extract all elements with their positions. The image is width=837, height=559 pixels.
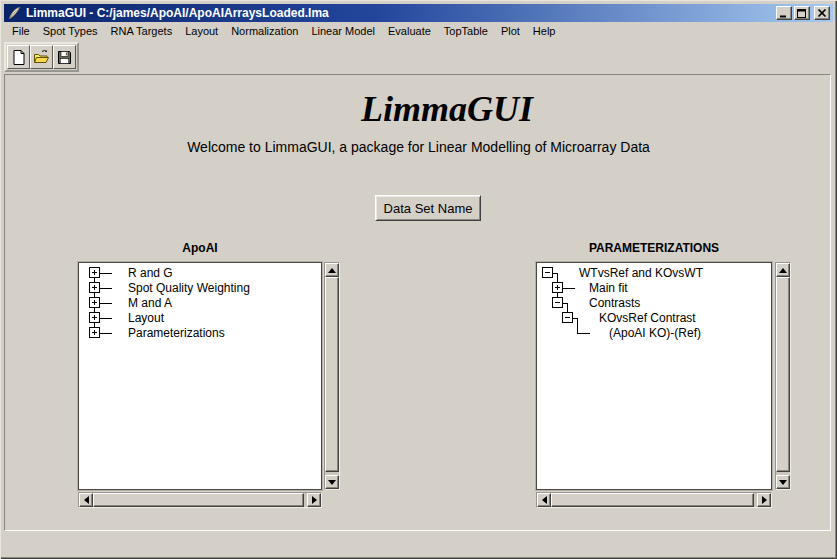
scrollbar-thumb[interactable] [93,493,304,507]
triangle-up-icon [779,268,787,273]
apoai-tree-vscrollbar[interactable] [324,262,340,490]
expand-toggle[interactable] [89,327,100,338]
triangle-up-icon [328,268,336,273]
data-set-name-button[interactable]: Data Set Name [375,195,481,221]
new-file-button[interactable] [7,45,30,69]
tree-connector-line [563,303,568,304]
parameterizations-tree-vscrollbar[interactable] [775,262,791,490]
menu-item-normalization[interactable]: Normalization [231,22,298,41]
new-file-icon [10,49,27,66]
menu-item-linear-model[interactable]: Linear Model [311,22,375,41]
parameterizations-tree-hscrollbar[interactable] [536,492,772,508]
app-title-heading: LimmaGUI [361,88,533,130]
scroll-right-button[interactable] [307,493,321,507]
menu-item-help[interactable]: Help [533,22,556,41]
scroll-up-button[interactable] [325,263,339,277]
menu-item-spot-types[interactable]: Spot Types [43,22,98,41]
tree-item-kovsref-contrast[interactable]: KOvsRef Contrast [599,311,696,326]
tree-connector-line [577,318,578,334]
menu-item-rna-targets[interactable]: RNA Targets [111,22,173,41]
collapse-toggle[interactable] [542,267,553,278]
triangle-down-icon [779,480,787,485]
expand-toggle[interactable] [89,297,100,308]
maximize-icon [797,9,807,18]
triangle-right-icon [762,496,767,504]
scrollbar-thumb[interactable] [325,277,339,472]
triangle-right-icon [312,496,317,504]
tree-item-main-fit[interactable]: Main fit [589,281,628,296]
menu-item-file[interactable]: File [12,22,30,41]
titlebar[interactable]: LimmaGUI - C:/james/ApoAI/ApoAIArraysLoa… [4,4,833,22]
scroll-right-button[interactable] [757,493,771,507]
scroll-down-button[interactable] [776,475,790,489]
menu-item-toptable[interactable]: TopTable [444,22,488,41]
tk-feather-icon [7,6,22,20]
tree-connector-line [100,333,112,334]
tree-connector-line [563,288,575,289]
window-title: LimmaGUI - C:/james/ApoAI/ApoAIArraysLoa… [26,4,776,22]
close-icon [817,9,827,18]
scroll-down-button[interactable] [325,475,339,489]
tree-connector-line [577,333,590,334]
menu-item-evaluate[interactable]: Evaluate [388,22,431,41]
maximize-button[interactable] [794,6,810,20]
parameterizations-tree: WTvsRef and KOvsWT Main fit Contrasts KO… [536,262,772,490]
scroll-up-button[interactable] [776,263,790,277]
collapse-toggle[interactable] [562,312,573,323]
tree-item-m-and-a[interactable]: M and A [128,296,172,311]
minimize-button[interactable] [776,6,792,20]
app-window: LimmaGUI - C:/james/ApoAI/ApoAIArraysLoa… [0,0,837,559]
expand-toggle[interactable] [552,282,563,293]
tree-item-wtvsref-and-kovswt[interactable]: WTvsRef and KOvsWT [579,266,703,281]
minimize-icon [779,9,789,18]
menu-item-layout[interactable]: Layout [185,22,218,41]
save-icon [56,49,73,66]
menu-item-plot[interactable]: Plot [501,22,520,41]
scroll-left-button[interactable] [537,493,551,507]
tree-connector-line [100,318,112,319]
tree-connector-line [100,288,112,289]
triangle-down-icon [328,480,336,485]
open-file-button[interactable] [30,45,53,69]
scrollbar-thumb[interactable] [551,493,754,507]
expand-toggle[interactable] [89,312,100,323]
expand-toggle[interactable] [89,267,100,278]
apoai-tree: R and G Spot Quality Weighting M and A L… [78,262,322,490]
tree-item-parameterizations[interactable]: Parameterizations [128,326,225,341]
apoai-tree-hscrollbar[interactable] [78,492,322,508]
triangle-left-icon [542,496,547,504]
menu-bar: File Spot Types RNA Targets Layout Norma… [4,22,833,41]
tree-connector-line [100,273,112,274]
tree-item-layout[interactable]: Layout [128,311,164,326]
tree-connector-line [573,318,578,319]
apoai-tree-header: ApoAI [78,241,322,255]
close-button[interactable] [814,6,830,20]
collapse-toggle[interactable] [552,297,563,308]
tree-item-apoai-ko-ref[interactable]: (ApoAI KO)-(Ref) [609,326,701,341]
expand-toggle[interactable] [89,282,100,293]
tree-item-spot-quality-weighting[interactable]: Spot Quality Weighting [128,281,250,296]
tree-connector-line [553,273,558,274]
triangle-left-icon [84,496,89,504]
window-controls [776,6,830,20]
save-button[interactable] [53,45,76,69]
scroll-left-button[interactable] [79,493,93,507]
parameterizations-tree-header: PARAMETERIZATIONS [536,241,772,255]
tree-item-contrasts[interactable]: Contrasts [589,296,640,311]
open-folder-icon [33,49,50,66]
tree-item-r-and-g[interactable]: R and G [128,266,173,281]
toolbar [4,42,79,72]
tree-connector-line [100,303,112,304]
welcome-text: Welcome to LimmaGUI, a package for Linea… [0,139,837,155]
scrollbar-thumb[interactable] [776,277,790,472]
